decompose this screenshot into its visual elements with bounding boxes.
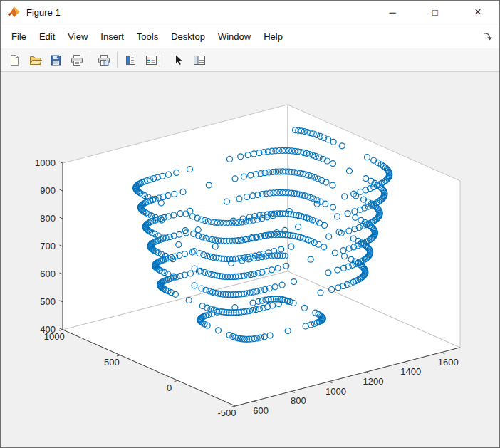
property-inspector-icon <box>193 54 206 66</box>
z-tick-label: 600 <box>40 269 56 279</box>
toolbar-edit-plot-button[interactable] <box>168 50 189 70</box>
maximize-button[interactable]: □ <box>414 1 457 24</box>
z-tick-label: 1000 <box>35 157 56 168</box>
x-tick-label: 600 <box>253 405 269 416</box>
close-button[interactable]: × <box>457 1 499 24</box>
x-tick-label: 1200 <box>363 376 384 387</box>
axes-3d[interactable]: 6008001000120014001600-50005001000400500… <box>1 72 500 447</box>
y-tick-label: 500 <box>104 357 120 368</box>
print-figure-icon <box>71 54 83 66</box>
z-tick-label: 700 <box>40 241 56 251</box>
menu-item-help[interactable]: Help <box>257 28 289 46</box>
dock-arrow-icon[interactable] <box>482 31 493 41</box>
z-tick: 4005006007008009001000 <box>35 157 63 335</box>
menu-item-file[interactable]: File <box>5 28 33 46</box>
print-preview-icon <box>98 54 110 66</box>
y-tick-label: 0 <box>167 382 172 393</box>
x-tick-label: 1400 <box>400 366 421 377</box>
window-title: Figure 1 <box>26 7 371 18</box>
z-tick-label: 400 <box>40 324 56 335</box>
toolbar-separator <box>90 52 90 68</box>
edit-plot-icon <box>173 54 184 66</box>
new-figure-icon <box>9 54 21 66</box>
minimize-button[interactable]: ─ <box>371 1 414 24</box>
menu-item-window[interactable]: Window <box>212 28 257 46</box>
toolbar-open-file-button[interactable] <box>25 50 46 70</box>
toolbar-print-figure-button[interactable] <box>66 50 87 70</box>
open-file-icon <box>29 54 42 66</box>
toolbar-separator <box>117 52 118 68</box>
figure-toolbar <box>1 48 499 72</box>
toolbar-property-inspector-button[interactable] <box>189 50 209 70</box>
z-tick-label: 900 <box>40 185 56 196</box>
toolbar-print-preview-button[interactable] <box>93 50 114 70</box>
menu-item-tools[interactable]: Tools <box>130 28 165 46</box>
x-tick-label: 800 <box>291 395 306 406</box>
menu-items: FileEditViewInsertToolsDesktopWindowHelp <box>5 28 289 46</box>
window-controls: ─ □ × <box>371 1 499 24</box>
menu-bar: FileEditViewInsertToolsDesktopWindowHelp <box>1 24 499 48</box>
x-tick-label: 1000 <box>325 386 346 397</box>
save-figure-icon <box>50 54 62 66</box>
title-bar: Figure 1 ─ □ × <box>1 1 499 24</box>
toolbar-insert-legend-button[interactable] <box>141 50 162 70</box>
toolbar-new-figure-button[interactable] <box>4 50 25 70</box>
insert-legend-icon <box>145 54 157 66</box>
z-tick-label: 800 <box>40 213 56 224</box>
menu-item-view[interactable]: View <box>61 28 94 46</box>
x-tick-label: 1600 <box>438 357 459 368</box>
z-tick-label: 500 <box>40 296 56 307</box>
toolbar-save-figure-button[interactable] <box>46 50 66 70</box>
menu-item-desktop[interactable]: Desktop <box>165 28 212 46</box>
matlab-logo-icon <box>7 6 21 19</box>
figure-window: Figure 1 ─ □ × FileEditViewInsertToolsDe… <box>0 0 500 448</box>
menu-item-edit[interactable]: Edit <box>33 28 61 46</box>
toolbar-separator <box>165 52 165 68</box>
y-tick-label: -500 <box>217 407 236 418</box>
toolbar-insert-colorbar-button[interactable] <box>120 50 141 70</box>
menu-item-insert[interactable]: Insert <box>94 28 130 46</box>
insert-colorbar-icon <box>125 54 137 66</box>
figure-canvas[interactable]: 6008001000120014001600-50005001000400500… <box>1 72 499 447</box>
